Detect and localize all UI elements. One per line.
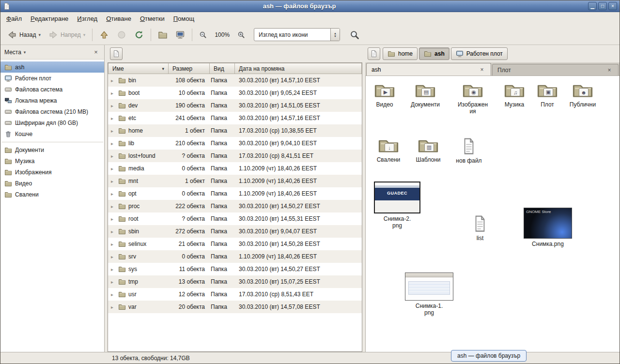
place-item[interactable]: Изображения [0, 167, 104, 178]
icon-view-folder[interactable]: ▶ Видео [367, 82, 403, 108]
column-header-name[interactable]: Име ▾ [108, 63, 169, 74]
zoom-in-button[interactable] [233, 28, 249, 42]
places-title[interactable]: Места [4, 49, 21, 56]
reload-button[interactable] [130, 27, 148, 43]
expander-icon[interactable]: ▸ [111, 103, 116, 108]
up-button[interactable] [95, 27, 113, 43]
column-header-date[interactable]: Дата на промяна [235, 63, 362, 74]
tree-row[interactable]: ▸ sys 11 обекта Папка 30.03.2010 (вт) 14… [108, 263, 362, 275]
computer-button[interactable] [171, 27, 189, 43]
place-item[interactable]: Файлова система (210 MB) [0, 106, 104, 117]
icon-view-folder[interactable]: ☻ Публични [565, 82, 601, 108]
expander-icon[interactable]: ▸ [111, 141, 116, 146]
menu-item[interactable]: Файл [2, 12, 26, 25]
location-toggle-button[interactable] [110, 47, 123, 60]
tree-row[interactable]: ▸ dev 190 обекта Папка 30.03.2010 (вт) 1… [108, 99, 362, 112]
expander-icon[interactable]: ▸ [111, 191, 116, 197]
tab[interactable]: Плот × [492, 64, 619, 76]
expander-icon[interactable]: ▸ [111, 229, 116, 234]
place-item[interactable]: Файлова система [0, 84, 104, 95]
tree-row[interactable]: ▸ lost+found ? обекта Папка 17.03.2010 (… [108, 150, 362, 162]
tree-row[interactable]: ▸ root ? обекта Папка 30.03.2010 (вт) 14… [108, 212, 362, 225]
menu-item[interactable]: Помощ [169, 12, 199, 25]
icon-view-file[interactable]: нов файл [451, 137, 487, 164]
tree-row[interactable]: ▸ boot 10 обекта Папка 30.03.2010 (вт) 9… [108, 87, 362, 99]
icon-view-image[interactable]: GUADEC Снимка-2. png [372, 182, 422, 229]
place-item[interactable]: Работен плот [0, 73, 104, 84]
icon-view-file[interactable]: list [462, 214, 498, 242]
menu-item[interactable]: Редактиране [26, 12, 73, 25]
place-item[interactable]: ash [0, 61, 104, 73]
tree-row[interactable]: ▸ proc 222 обекта Папка 30.03.2010 (вт) … [108, 200, 362, 212]
tab-close-icon[interactable]: × [605, 66, 613, 74]
menu-item[interactable]: Отметки [136, 12, 169, 25]
tree-row[interactable]: ▸ usr 12 обекта Папка 17.03.2010 (ср) 8,… [108, 288, 362, 301]
place-item[interactable]: Кошче [0, 128, 104, 139]
column-header-type[interactable]: Вид [210, 63, 235, 74]
expander-icon[interactable]: ▸ [111, 279, 116, 285]
expander-icon[interactable]: ▸ [111, 128, 116, 134]
expander-icon[interactable]: ▸ [111, 166, 116, 171]
menu-item[interactable]: Изглед [73, 12, 102, 25]
tree-row[interactable]: ▸ lib 210 обекта Папка 30.03.2010 (вт) 9… [108, 137, 362, 150]
tree-row[interactable]: ▸ mnt 1 обект Папка 1.10.2009 (чт) 18,40… [108, 175, 362, 187]
tab-close-icon[interactable]: × [478, 66, 486, 74]
icon-view-folder[interactable]: ↓ Свалени [371, 137, 406, 163]
minimize-button[interactable]: ▁ [588, 2, 597, 10]
tree-row[interactable]: ▸ media 0 обекта Папка 1.10.2009 (чт) 18… [108, 162, 362, 175]
icon-view[interactable]: ▶ Видео ▤ Документи [365, 76, 620, 352]
tab[interactable]: ash × [366, 63, 491, 76]
expander-icon[interactable]: ▸ [111, 78, 116, 83]
tree-row[interactable]: ▸ bin 108 обекта Папка 30.03.2010 (вт) 1… [108, 74, 362, 87]
path-button[interactable]: home [383, 47, 418, 60]
place-item[interactable]: Документи [0, 144, 104, 155]
icon-view-folder[interactable]: ▤ Документи [407, 82, 443, 108]
expander-icon[interactable]: ▸ [111, 179, 116, 184]
icon-view-image[interactable]: GNOME Store Снимка.png [523, 208, 573, 247]
tree-row[interactable]: ▸ etc 241 обекта Папка 30.03.2010 (вт) 1… [108, 112, 362, 124]
place-item[interactable]: Свалени [0, 189, 104, 200]
back-button[interactable]: Назад ▾ [3, 27, 45, 43]
expander-icon[interactable]: ▸ [111, 304, 116, 310]
place-item[interactable]: Локална мрежа [0, 95, 104, 106]
tree-row[interactable]: ▸ var 20 обекта Папка 30.03.2010 (вт) 14… [108, 301, 362, 313]
view-mode-select[interactable]: Изглед като икони ▴ ▾ [254, 28, 340, 41]
expander-icon[interactable]: ▸ [111, 116, 116, 121]
tree-row[interactable]: ▸ selinux 21 обекта Папка 30.03.2010 (вт… [108, 238, 362, 250]
expander-icon[interactable]: ▸ [111, 153, 116, 159]
place-item[interactable]: Музика [0, 155, 104, 167]
path-button[interactable]: Работен плот [451, 47, 508, 60]
expander-icon[interactable]: ▸ [111, 267, 116, 272]
menu-item[interactable]: Отиване [102, 12, 136, 25]
tree-row[interactable]: ▸ opt 0 обекта Папка 1.10.2009 (чт) 18,4… [108, 187, 362, 200]
sidebar-close-button[interactable]: × [92, 48, 100, 57]
place-item[interactable]: Шифриран дял (80 GB) [0, 117, 104, 128]
tree-row[interactable]: ▸ home 1 обект Папка 17.03.2010 (ср) 10,… [108, 124, 362, 137]
icon-view-folder[interactable]: ◉ Изображен ия [455, 82, 491, 115]
close-button[interactable]: × [608, 2, 617, 10]
expander-icon[interactable]: ▸ [111, 204, 116, 209]
forward-button[interactable]: Напред ▾ [45, 27, 89, 43]
combo-arrows-icon[interactable]: ▴ ▾ [330, 29, 340, 41]
tree-row[interactable]: ▸ tmp 13 обекта Папка 30.03.2010 (вт) 15… [108, 275, 362, 288]
expander-icon[interactable]: ▸ [111, 242, 116, 247]
zoom-out-button[interactable] [195, 28, 211, 42]
maximize-button[interactable]: □ [598, 2, 607, 10]
expander-icon[interactable]: ▸ [111, 254, 116, 259]
place-item[interactable]: Видео [0, 178, 104, 189]
expander-icon[interactable]: ▸ [111, 216, 116, 222]
icon-view-folder[interactable]: ▣ Плот [529, 82, 565, 108]
expander-icon[interactable]: ▸ [111, 292, 116, 297]
icon-view-folder[interactable]: ♫ Музика [496, 82, 532, 108]
path-button[interactable]: ash [419, 47, 450, 60]
column-header-size[interactable]: Размер [169, 63, 210, 74]
home-folder-button[interactable] [154, 27, 171, 43]
search-button[interactable] [346, 27, 363, 43]
location-toggle-button[interactable] [368, 47, 380, 60]
tree-row[interactable]: ▸ srv 0 обекта Папка 1.10.2009 (чт) 18,4… [108, 250, 362, 263]
tree-row[interactable]: ▸ sbin 272 обекта Папка 30.03.2010 (вт) … [108, 225, 362, 238]
icon-view-folder[interactable]: ▥ Шаблони [410, 137, 446, 163]
icon-view-image[interactable]: Снимка-1. png [404, 273, 454, 317]
titlebar[interactable]: ash — файлов браузър ▁ □ × [0, 0, 620, 12]
stop-button[interactable] [113, 27, 130, 43]
